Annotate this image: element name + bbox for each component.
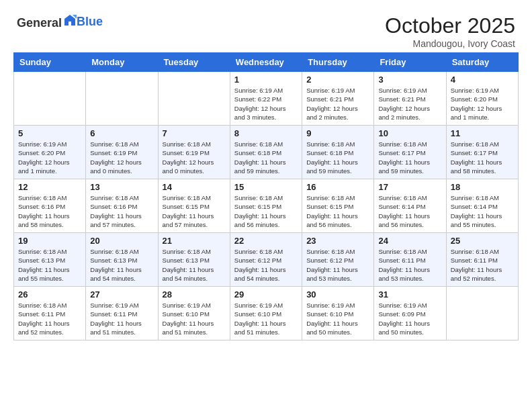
day-info: Sunrise: 6:18 AM Sunset: 6:18 PM Dayligh… [306, 140, 369, 175]
day-number: 11 [451, 128, 514, 138]
day-number: 12 [18, 182, 81, 192]
calendar-day-12: 12Sunrise: 6:18 AM Sunset: 6:16 PM Dayli… [14, 179, 86, 233]
day-number: 8 [234, 128, 298, 138]
weekday-header-wednesday: Wednesday [230, 53, 302, 72]
weekday-header-sunday: Sunday [14, 53, 86, 72]
calendar-day-28: 28Sunrise: 6:19 AM Sunset: 6:10 PM Dayli… [158, 287, 230, 340]
day-info: Sunrise: 6:18 AM Sunset: 6:14 PM Dayligh… [378, 193, 441, 229]
day-info: Sunrise: 6:19 AM Sunset: 6:11 PM Dayligh… [90, 301, 153, 336]
day-number: 4 [451, 75, 514, 85]
empty-day-cell [14, 72, 86, 126]
calendar-day-31: 31Sunrise: 6:19 AM Sunset: 6:09 PM Dayli… [374, 287, 446, 340]
weekday-header-thursday: Thursday [302, 53, 374, 72]
calendar-day-24: 24Sunrise: 6:18 AM Sunset: 6:11 PM Dayli… [374, 233, 446, 287]
day-number: 3 [378, 75, 441, 85]
calendar-day-27: 27Sunrise: 6:19 AM Sunset: 6:11 PM Dayli… [86, 287, 158, 340]
calendar-day-16: 16Sunrise: 6:18 AM Sunset: 6:15 PM Dayli… [302, 179, 374, 233]
weekday-header-monday: Monday [86, 53, 158, 72]
day-info: Sunrise: 6:18 AM Sunset: 6:15 PM Dayligh… [306, 193, 369, 229]
day-number: 15 [234, 182, 298, 192]
day-number: 20 [90, 236, 153, 246]
calendar-day-13: 13Sunrise: 6:18 AM Sunset: 6:16 PM Dayli… [86, 179, 158, 233]
month-title: October 2025 [385, 13, 515, 38]
calendar-day-25: 25Sunrise: 6:18 AM Sunset: 6:11 PM Dayli… [446, 233, 518, 287]
calendar-week-row: 12Sunrise: 6:18 AM Sunset: 6:16 PM Dayli… [14, 179, 519, 233]
day-number: 1 [234, 75, 298, 85]
day-info: Sunrise: 6:19 AM Sunset: 6:20 PM Dayligh… [451, 86, 514, 122]
calendar-day-22: 22Sunrise: 6:18 AM Sunset: 6:12 PM Dayli… [230, 233, 302, 287]
calendar-day-11: 11Sunrise: 6:18 AM Sunset: 6:17 PM Dayli… [446, 126, 518, 179]
day-number: 27 [90, 289, 153, 300]
day-number: 30 [306, 289, 369, 300]
calendar-day-15: 15Sunrise: 6:18 AM Sunset: 6:15 PM Dayli… [230, 179, 302, 233]
calendar-day-26: 26Sunrise: 6:18 AM Sunset: 6:11 PM Dayli… [14, 287, 86, 340]
day-number: 2 [306, 75, 369, 85]
page-header: General Blue October 2025 Mandougou, Ivo… [7, 7, 525, 52]
calendar-table: SundayMondayTuesdayWednesdayThursdayFrid… [13, 52, 519, 340]
title-section: October 2025 Mandougou, Ivory Coast [385, 13, 515, 49]
weekday-header-saturday: Saturday [446, 53, 518, 72]
calendar-day-14: 14Sunrise: 6:18 AM Sunset: 6:15 PM Dayli… [158, 179, 230, 233]
calendar-day-3: 3Sunrise: 6:19 AM Sunset: 6:21 PM Daylig… [374, 72, 446, 126]
day-number: 17 [378, 182, 441, 192]
day-info: Sunrise: 6:18 AM Sunset: 6:19 PM Dayligh… [90, 140, 153, 175]
location-title: Mandougou, Ivory Coast [385, 38, 515, 49]
day-info: Sunrise: 6:19 AM Sunset: 6:21 PM Dayligh… [378, 86, 441, 122]
day-info: Sunrise: 6:19 AM Sunset: 6:20 PM Dayligh… [18, 140, 81, 175]
calendar-day-8: 8Sunrise: 6:18 AM Sunset: 6:18 PM Daylig… [230, 126, 302, 179]
day-info: Sunrise: 6:18 AM Sunset: 6:15 PM Dayligh… [163, 193, 226, 229]
day-number: 10 [378, 128, 441, 138]
day-info: Sunrise: 6:18 AM Sunset: 6:16 PM Dayligh… [90, 193, 153, 229]
day-number: 31 [378, 289, 441, 300]
calendar-week-row: 5Sunrise: 6:19 AM Sunset: 6:20 PM Daylig… [14, 126, 519, 179]
day-number: 21 [163, 236, 226, 246]
day-info: Sunrise: 6:18 AM Sunset: 6:11 PM Dayligh… [378, 247, 441, 283]
day-number: 14 [163, 182, 226, 192]
day-info: Sunrise: 6:18 AM Sunset: 6:18 PM Dayligh… [234, 140, 298, 175]
day-info: Sunrise: 6:18 AM Sunset: 6:14 PM Dayligh… [451, 193, 514, 229]
day-number: 13 [90, 182, 153, 192]
day-info: Sunrise: 6:18 AM Sunset: 6:13 PM Dayligh… [163, 247, 226, 283]
calendar-day-5: 5Sunrise: 6:19 AM Sunset: 6:20 PM Daylig… [14, 126, 86, 179]
day-info: Sunrise: 6:18 AM Sunset: 6:11 PM Dayligh… [451, 247, 514, 283]
calendar-day-10: 10Sunrise: 6:18 AM Sunset: 6:17 PM Dayli… [374, 126, 446, 179]
day-info: Sunrise: 6:18 AM Sunset: 6:12 PM Dayligh… [234, 247, 298, 283]
logo: General Blue [17, 13, 103, 30]
day-info: Sunrise: 6:19 AM Sunset: 6:21 PM Dayligh… [306, 86, 369, 122]
day-number: 6 [90, 128, 153, 138]
calendar-day-19: 19Sunrise: 6:18 AM Sunset: 6:13 PM Dayli… [14, 233, 86, 287]
logo-blue: Blue [77, 15, 103, 28]
day-number: 7 [163, 128, 226, 138]
day-info: Sunrise: 6:18 AM Sunset: 6:19 PM Dayligh… [163, 140, 226, 175]
empty-day-cell [86, 72, 158, 126]
day-number: 16 [306, 182, 369, 192]
day-number: 25 [451, 236, 514, 246]
day-info: Sunrise: 6:18 AM Sunset: 6:15 PM Dayligh… [234, 193, 298, 229]
calendar-day-2: 2Sunrise: 6:19 AM Sunset: 6:21 PM Daylig… [302, 72, 374, 126]
logo-icon [63, 13, 77, 27]
day-info: Sunrise: 6:18 AM Sunset: 6:13 PM Dayligh… [18, 247, 81, 283]
day-number: 29 [234, 289, 298, 300]
day-number: 9 [306, 128, 369, 138]
calendar-day-18: 18Sunrise: 6:18 AM Sunset: 6:14 PM Dayli… [446, 179, 518, 233]
calendar-day-29: 29Sunrise: 6:19 AM Sunset: 6:10 PM Dayli… [230, 287, 302, 340]
day-info: Sunrise: 6:18 AM Sunset: 6:11 PM Dayligh… [18, 301, 81, 336]
calendar-day-17: 17Sunrise: 6:18 AM Sunset: 6:14 PM Dayli… [374, 179, 446, 233]
day-number: 19 [18, 236, 81, 246]
day-number: 26 [18, 289, 81, 300]
day-number: 24 [378, 236, 441, 246]
day-info: Sunrise: 6:18 AM Sunset: 6:12 PM Dayligh… [306, 247, 369, 283]
calendar-day-23: 23Sunrise: 6:18 AM Sunset: 6:12 PM Dayli… [302, 233, 374, 287]
day-info: Sunrise: 6:18 AM Sunset: 6:13 PM Dayligh… [90, 247, 153, 283]
day-number: 22 [234, 236, 298, 246]
day-info: Sunrise: 6:19 AM Sunset: 6:10 PM Dayligh… [163, 301, 226, 336]
day-info: Sunrise: 6:18 AM Sunset: 6:16 PM Dayligh… [18, 193, 81, 229]
day-info: Sunrise: 6:18 AM Sunset: 6:17 PM Dayligh… [451, 140, 514, 175]
day-info: Sunrise: 6:19 AM Sunset: 6:10 PM Dayligh… [306, 301, 369, 336]
empty-day-cell [446, 287, 518, 340]
calendar-day-4: 4Sunrise: 6:19 AM Sunset: 6:20 PM Daylig… [446, 72, 518, 126]
calendar-day-20: 20Sunrise: 6:18 AM Sunset: 6:13 PM Dayli… [86, 233, 158, 287]
day-info: Sunrise: 6:19 AM Sunset: 6:10 PM Dayligh… [234, 301, 298, 336]
day-number: 28 [163, 289, 226, 300]
calendar-day-9: 9Sunrise: 6:18 AM Sunset: 6:18 PM Daylig… [302, 126, 374, 179]
